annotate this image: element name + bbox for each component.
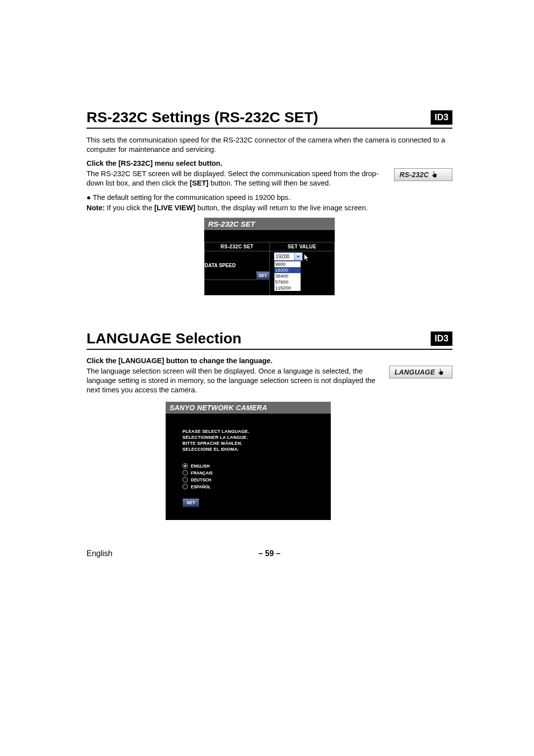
speed-option[interactable]: 9600 bbox=[274, 261, 301, 267]
language-panel-title: SANYO NETWORK CAMERA bbox=[166, 402, 331, 414]
footer-page-number: – 59 – bbox=[259, 549, 280, 558]
speed-option[interactable]: 19200 bbox=[274, 267, 301, 273]
rs232-menu-button-label: RS-232C bbox=[400, 171, 429, 179]
data-speed-selected: 19200 bbox=[274, 254, 294, 259]
language-section-header: LANGUAGE Selection ID3 bbox=[87, 330, 452, 350]
language-option-english[interactable]: ENGLISH bbox=[182, 463, 314, 469]
radio-icon[interactable] bbox=[182, 463, 188, 469]
data-speed-option-list[interactable]: 9600 19200 38400 57600 115200 bbox=[274, 261, 301, 291]
radio-icon[interactable] bbox=[182, 470, 188, 475]
cursor-hand-icon bbox=[437, 368, 446, 377]
cursor-hand-icon bbox=[431, 170, 440, 179]
rs232-note: Note: If you click the [LIVE VIEW] butto… bbox=[87, 203, 452, 213]
language-menu-button[interactable]: LANGUAGE bbox=[389, 366, 452, 378]
chevron-down-icon[interactable] bbox=[294, 253, 302, 260]
speed-option[interactable]: 115200 bbox=[274, 285, 301, 291]
rs232-step-title: Click the [RS-232C] menu select button. bbox=[87, 159, 452, 167]
rs232-col1: RS-232C SET bbox=[205, 242, 270, 251]
rs232-heading: RS-232C Settings (RS-232C SET) bbox=[87, 109, 318, 128]
language-panel: SANYO NETWORK CAMERA PLEASE SELECT LANGU… bbox=[166, 402, 331, 520]
rs232-intro: This sets the communication speed for th… bbox=[87, 136, 452, 154]
id3-badge: ID3 bbox=[431, 110, 452, 125]
data-speed-dropdown[interactable]: 19200 bbox=[274, 252, 303, 261]
page-footer: English – 59 – bbox=[87, 549, 452, 558]
radio-icon[interactable] bbox=[182, 484, 188, 489]
language-step-body: The language selection screen will then … bbox=[87, 367, 378, 395]
id3-badge: ID3 bbox=[431, 331, 452, 346]
language-option-espanol[interactable]: ESPAÑOL bbox=[182, 484, 314, 489]
language-radio-group: ENGLISH FRANÇAIS DEUTSCH ESPAÑOL bbox=[182, 463, 314, 489]
rs232-set-button[interactable]: SET bbox=[256, 271, 270, 280]
rs232-section-header: RS-232C Settings (RS-232C SET) ID3 bbox=[87, 109, 452, 129]
language-option-francais[interactable]: FRANÇAIS bbox=[182, 470, 314, 475]
rs232-menu-button[interactable]: RS-232C bbox=[394, 168, 452, 181]
language-prompt: PLEASE SELECT LANGUAGE. SÉLECTIONNER LA … bbox=[182, 428, 314, 453]
language-heading: LANGUAGE Selection bbox=[87, 330, 241, 349]
language-menu-button-label: LANGUAGE bbox=[395, 368, 435, 376]
language-step-title: Click the [LANGUAGE] button to change th… bbox=[87, 357, 452, 365]
radio-icon[interactable] bbox=[182, 477, 188, 482]
rs232-col2: SET VALUE bbox=[269, 242, 335, 251]
footer-language: English bbox=[87, 549, 112, 558]
cursor-arrow-icon bbox=[304, 253, 312, 262]
rs232-panel-title: RS-232C SET bbox=[204, 218, 335, 230]
language-option-deutsch[interactable]: DEUTSCH bbox=[182, 477, 314, 482]
language-set-button[interactable]: SET bbox=[182, 498, 199, 507]
speed-option[interactable]: 57600 bbox=[274, 279, 301, 285]
speed-option[interactable]: 38400 bbox=[274, 273, 301, 279]
rs232-set-panel: RS-232C SET RS-232C SET SET VALUE DATA S… bbox=[204, 218, 335, 295]
rs232-bullet: ● The default setting for the communicat… bbox=[87, 193, 452, 201]
